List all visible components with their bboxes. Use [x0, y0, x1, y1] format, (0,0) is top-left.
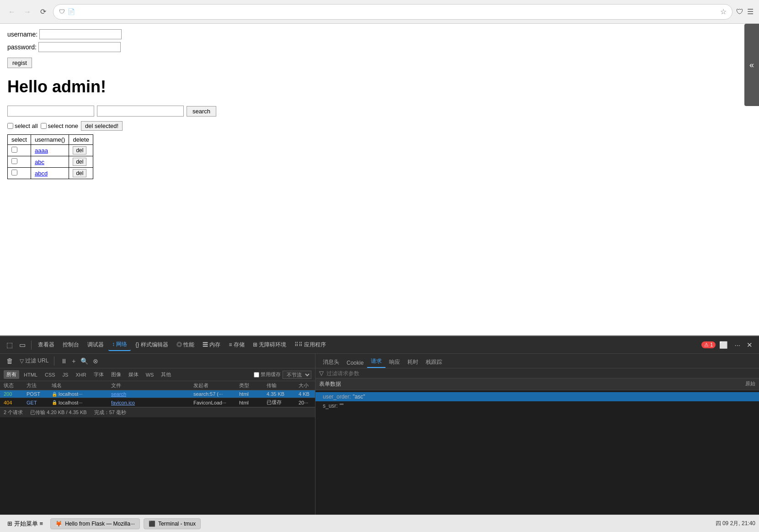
start-menu-btn[interactable]: ⊞ 开始菜单 ≡: [4, 518, 47, 530]
del-button-2[interactable]: del: [73, 169, 86, 177]
form-data-val-0: "asc": [353, 394, 365, 400]
col-select: select: [8, 135, 31, 145]
username-input[interactable]: [39, 29, 122, 39]
username-link-2[interactable]: abcd: [35, 170, 48, 177]
tab-accessibility[interactable]: ⊞ 无障碍环境: [249, 339, 290, 351]
tab-viewer[interactable]: 查看器: [34, 339, 58, 351]
regist-button[interactable]: regist: [7, 58, 32, 68]
form-data-header: 表单数据 原始: [315, 378, 759, 390]
filter-css[interactable]: CSS: [42, 371, 58, 378]
rd-tab-stack[interactable]: 栈跟踪: [422, 356, 446, 368]
search-input-1[interactable]: [7, 106, 94, 117]
filter-js[interactable]: JS: [60, 371, 71, 378]
filter-html[interactable]: HTML: [21, 371, 40, 378]
rd-tab-headers[interactable]: 消息头: [319, 356, 343, 368]
disable-cache-check[interactable]: [254, 372, 259, 378]
del-button-0[interactable]: del: [73, 146, 86, 154]
tab-console[interactable]: 控制台: [59, 339, 83, 351]
devtools-body: 🗑 ▽ 过滤 URL ⏸ + 🔍 ⊗ 所有 HTML CSS JS: [0, 354, 759, 532]
del-button-1[interactable]: del: [73, 158, 86, 166]
filter-ws[interactable]: WS: [143, 371, 157, 378]
url-input[interactable]: localhost:5000/user/search: [79, 8, 716, 16]
select-none-check[interactable]: [41, 123, 47, 129]
rd-tab-cookie[interactable]: Cookie: [343, 357, 367, 368]
address-bar[interactable]: 🛡 📄 localhost:5000/user/search ☆: [53, 4, 732, 20]
tab-storage[interactable]: ≡ 存储: [225, 339, 248, 351]
raw-toggle[interactable]: 原始: [745, 380, 755, 387]
select-row: select all select none del selected!: [7, 121, 752, 131]
address-icons: 🛡 📄: [59, 8, 75, 15]
rd-tab-request[interactable]: 请求: [367, 355, 385, 368]
reload-button[interactable]: ⟳: [37, 5, 49, 18]
del-selected-button[interactable]: del selected!: [81, 121, 123, 131]
row-checkbox-2[interactable]: [11, 170, 17, 176]
select-none-checkbox[interactable]: select none: [41, 122, 79, 129]
row-checkbox-1[interactable]: [11, 158, 17, 164]
rd-tab-timing[interactable]: 耗时: [404, 356, 422, 368]
disable-cache-checkbox[interactable]: 禁用缓存: [254, 371, 281, 378]
tab-style-editor[interactable]: {} 样式编辑器: [132, 339, 171, 351]
col-username[interactable]: username(): [31, 135, 69, 145]
username-link-1[interactable]: abc: [35, 159, 44, 165]
back-button[interactable]: ←: [5, 5, 18, 18]
username-link-0[interactable]: aaaa: [35, 147, 48, 154]
network-row[interactable]: 404 GET 🔒localhost··· favicon.ico Favico…: [0, 398, 315, 407]
inspect-icon-btn[interactable]: ⬚: [4, 339, 16, 351]
filter-font[interactable]: 字体: [91, 370, 107, 379]
request-filter-row: ▽: [315, 368, 759, 378]
toolbar-separator-1: [31, 340, 32, 350]
settings-network-btn[interactable]: ⊗: [92, 356, 99, 366]
col-delete: delete: [69, 135, 93, 145]
filter-xhr[interactable]: XHR: [73, 371, 89, 378]
pause-btn[interactable]: ⏸: [60, 356, 68, 366]
password-input[interactable]: [38, 42, 121, 52]
network-toolbar: 🗑 ▽ 过滤 URL ⏸ + 🔍 ⊗: [0, 354, 315, 368]
user-table: select username() delete aaaa del abc de…: [7, 134, 93, 179]
search-input-2[interactable]: [97, 106, 184, 117]
network-rows: 200 POST 🔒localhost··· search search:57 …: [0, 390, 315, 407]
tab-performance[interactable]: ◎ 性能: [173, 339, 198, 351]
close-devtools-btn[interactable]: ✕: [744, 339, 755, 351]
filter-url-btn[interactable]: ▽ 过滤 URL: [20, 357, 48, 365]
menu-icon[interactable]: ☰: [747, 7, 754, 16]
bookmark-icon[interactable]: ☆: [720, 7, 727, 16]
firefox-icon: 🦊: [55, 521, 62, 527]
filter-other[interactable]: 其他: [158, 370, 174, 379]
tab-network[interactable]: ↕ 网络: [108, 339, 131, 351]
select-none-label: select none: [48, 122, 79, 129]
form-data-val-1: "": [340, 403, 344, 409]
firefox-taskbar-app[interactable]: 🦊 Hello from Flask — Mozilla···: [50, 518, 140, 529]
filter-all[interactable]: 所有: [4, 370, 19, 379]
terminal-taskbar-app[interactable]: ⬛ Terminal - tmux: [144, 518, 201, 529]
search-network-btn[interactable]: 🔍: [80, 356, 89, 366]
filter-image[interactable]: 图像: [108, 370, 124, 379]
firefox-shield-icon[interactable]: 🛡: [736, 8, 743, 16]
responsive-icon-btn[interactable]: ▭: [16, 339, 28, 351]
add-filter-btn[interactable]: +: [71, 356, 76, 366]
throttle-select[interactable]: 不节流: [283, 371, 311, 379]
filter-media[interactable]: 媒体: [126, 370, 141, 379]
rd-tab-response[interactable]: 响应: [385, 356, 404, 368]
row-username-cell: abcd: [31, 168, 69, 179]
network-row[interactable]: 200 POST 🔒localhost··· search search:57 …: [0, 390, 315, 398]
select-all-checkbox[interactable]: select all: [7, 122, 38, 129]
forward-button[interactable]: →: [21, 5, 34, 18]
page-content: username: password: regist Hello admin! …: [0, 24, 759, 340]
select-all-check[interactable]: [7, 123, 13, 129]
sidebar-panel[interactable]: «: [744, 24, 759, 106]
row-checkbox-0[interactable]: [11, 147, 17, 153]
filter-params-input[interactable]: [326, 370, 395, 377]
more-icon-btn[interactable]: ···: [732, 339, 743, 351]
tab-app[interactable]: ⠿⠿ 应用程序: [291, 339, 330, 351]
filter-icon: ▽: [20, 358, 24, 364]
dock-icon-btn[interactable]: ⬜: [716, 339, 731, 351]
tab-debugger[interactable]: 调试器: [84, 339, 107, 351]
row-delete-cell: del: [69, 168, 93, 179]
row-username-cell: aaaa: [31, 145, 69, 156]
nr-file: search: [111, 391, 193, 397]
nr-type: html: [239, 391, 267, 397]
tab-memory[interactable]: ☰ 内存: [199, 339, 224, 351]
clear-network-btn[interactable]: 🗑: [4, 355, 16, 367]
shield-icon: 🛡: [59, 8, 65, 15]
search-button[interactable]: search: [187, 106, 216, 117]
